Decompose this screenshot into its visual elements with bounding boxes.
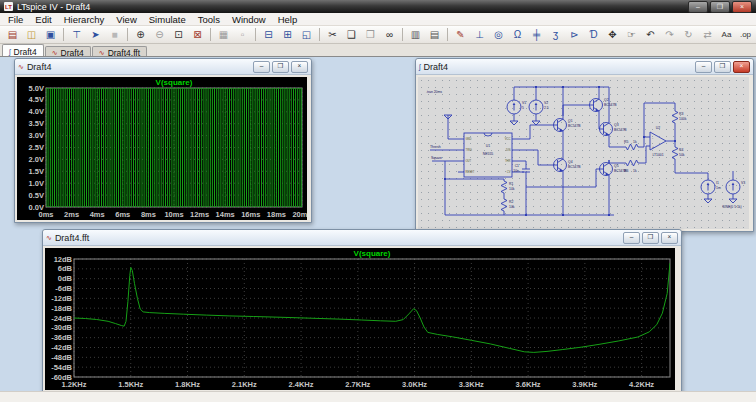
r2-ref: R2: [509, 200, 513, 204]
net-label-square[interactable]: Square: [431, 156, 442, 160]
menu-view[interactable]: View: [110, 14, 142, 25]
svg-text:5.0V: 5.0V: [29, 84, 44, 93]
drag-button[interactable]: ☞: [622, 27, 641, 42]
status-bar: [0, 391, 756, 402]
zoom-full-extents-button[interactable]: ⊠: [188, 27, 207, 42]
ground-symbol[interactable]: [532, 121, 540, 125]
copy-button[interactable]: ❑: [342, 27, 361, 42]
source-i1[interactable]: [701, 177, 715, 197]
schematic-minimize-button[interactable]: –: [695, 61, 712, 73]
resistor-button[interactable]: Ω: [508, 27, 527, 42]
fft-maximize-button[interactable]: ❐: [642, 232, 659, 244]
transistor-q2[interactable]: [589, 96, 603, 114]
resistor-r4[interactable]: [672, 145, 678, 161]
u2-type: LT1001: [652, 153, 663, 157]
menu-hierarchy[interactable]: Hierarchy: [58, 14, 111, 25]
control-panel-button[interactable]: ⊤: [67, 27, 86, 42]
ground-symbol[interactable]: [729, 199, 737, 203]
app-close-button[interactable]: ×: [732, 1, 752, 13]
capacitor-c1[interactable]: [522, 165, 530, 176]
source-v3[interactable]: [726, 177, 740, 197]
print-preview-button[interactable]: ▥: [406, 27, 425, 42]
net-label-button[interactable]: ◎: [489, 27, 508, 42]
transient-maximize-button[interactable]: ❐: [272, 61, 289, 73]
ic-ne555[interactable]: U1 NE555 GND TRIG OUT RESET VCC DIS THR …: [464, 133, 512, 177]
resistor-r1[interactable]: [501, 179, 507, 195]
window-fft: ∿ Draft4.fft – ❐ × 1.2KHz1.5KHz1.8KHz2.1…: [42, 229, 682, 393]
grid-toggle-button: ▦: [214, 27, 233, 42]
menu-edit[interactable]: Edit: [29, 14, 57, 25]
tile-vertical-button[interactable]: ⊞: [278, 27, 297, 42]
cut-button[interactable]: ✂: [323, 27, 342, 42]
tile-vertical-icon: ⊞: [283, 30, 291, 40]
fft-minimize-button[interactable]: –: [623, 232, 640, 244]
tile-horizontal-button[interactable]: ⊟: [259, 27, 278, 42]
menu-file[interactable]: File: [2, 14, 29, 25]
menu-tools[interactable]: Tools: [192, 14, 226, 25]
svg-text:2.0V: 2.0V: [29, 155, 44, 164]
print-button[interactable]: ▤: [425, 27, 444, 42]
transient-minimize-button[interactable]: –: [253, 61, 270, 73]
schematic-close-button[interactable]: ×: [733, 61, 750, 73]
text-tool-button[interactable]: Aa: [717, 27, 736, 42]
fft-titlebar[interactable]: ∿ Draft4.fft – ❐ ×: [43, 230, 681, 246]
resistor-r5[interactable]: [624, 144, 640, 150]
resistor-r6[interactable]: [624, 160, 640, 166]
zoom-area-button[interactable]: ⊡: [169, 27, 188, 42]
fft-close-button[interactable]: ×: [661, 232, 678, 244]
transient-titlebar[interactable]: ∿ Draft4 – ❐ ×: [15, 59, 311, 75]
component-icon: Ɗ: [589, 30, 597, 40]
zoom-out-button: ⊖: [150, 27, 169, 42]
run-simulation-button[interactable]: ➤: [86, 27, 105, 42]
source-v1[interactable]: [507, 97, 521, 117]
resistor-r2[interactable]: [501, 197, 507, 213]
component-button[interactable]: Ɗ: [584, 27, 603, 42]
ground-button[interactable]: ⊥: [470, 27, 489, 42]
inductor-button[interactable]: ʒ: [546, 27, 565, 42]
new-schematic-button[interactable]: ▤: [3, 27, 22, 42]
app-minimize-button[interactable]: –: [688, 1, 708, 13]
save-button[interactable]: ▣: [41, 27, 60, 42]
edit-component-button[interactable]: ✎: [451, 27, 470, 42]
waveform-icon: ∿: [99, 49, 105, 56]
app-maximize-button[interactable]: ❐: [710, 1, 730, 13]
diode-button[interactable]: ⊳: [565, 27, 584, 42]
menu-window[interactable]: Window: [226, 14, 272, 25]
zoom-in-button[interactable]: ⊕: [131, 27, 150, 42]
find-button[interactable]: ∞: [380, 27, 399, 42]
schematic-canvas[interactable]: U1 NE555 GND TRIG OUT RESET VCC DIS THR …: [418, 77, 749, 229]
q3-ref: Q3: [614, 123, 619, 127]
rotate-button: ↻: [679, 27, 698, 42]
source-v2[interactable]: [529, 97, 543, 117]
control-panel-icon: ⊤: [72, 30, 81, 40]
ground-symbol[interactable]: [704, 199, 712, 203]
schematic-maximize-button[interactable]: ❐: [714, 61, 731, 73]
capacitor-button[interactable]: ╪: [527, 27, 546, 42]
undo-button[interactable]: ↶: [641, 27, 660, 42]
ground-symbol[interactable]: [510, 121, 518, 125]
resistor-r3[interactable]: [672, 109, 678, 125]
schematic-titlebar[interactable]: ʃ Draft4 – ❐ ×: [416, 59, 753, 75]
spice-directive-text[interactable]: .tran 20ms: [426, 90, 442, 94]
app-titlebar[interactable]: LT LTspice IV - Draft4 – ❐ ×: [0, 0, 756, 13]
net-label-thresh[interactable]: Thresh: [430, 145, 441, 149]
mark-unconnected-button: ▫: [233, 27, 252, 42]
u1-ref: U1: [486, 144, 490, 148]
menu-help[interactable]: Help: [272, 14, 304, 25]
svg-text:1.5KHz: 1.5KHz: [118, 380, 143, 389]
spice-directive-button[interactable]: .op: [736, 27, 755, 42]
transient-plot[interactable]: 0ms2ms4ms6ms8ms10ms12ms14ms16ms18ms20ms5…: [17, 77, 307, 220]
opamp-u2[interactable]: - +: [650, 132, 666, 150]
move-button[interactable]: ✥: [603, 27, 622, 42]
transistor-q1[interactable]: [553, 116, 567, 134]
fft-plot[interactable]: 1.2KHz1.5KHz1.8KHz2.1KHz2.4KHz2.7KHz3.0K…: [45, 248, 675, 390]
cascade-windows-button[interactable]: ◱: [297, 27, 316, 42]
transistor-q4[interactable]: [553, 156, 567, 174]
svg-text:3.5V: 3.5V: [29, 119, 44, 128]
svg-text:-24dB: -24dB: [51, 314, 72, 323]
transient-close-button[interactable]: ×: [291, 61, 308, 73]
capacitor-icon: ╪: [533, 30, 540, 40]
menu-simulate[interactable]: Simulate: [143, 14, 192, 25]
open-file-button[interactable]: ◫: [22, 27, 41, 42]
transistor-q3[interactable]: [599, 120, 613, 138]
